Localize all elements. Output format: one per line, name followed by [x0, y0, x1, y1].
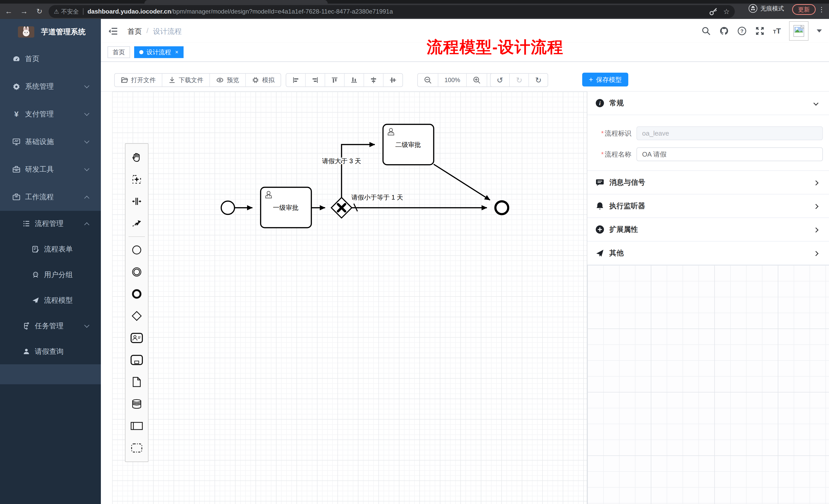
create-group[interactable]	[125, 437, 148, 459]
update-button[interactable]: 更新	[792, 4, 816, 15]
reload-icon[interactable]: ↻	[35, 7, 44, 15]
form-icon	[32, 245, 39, 253]
app-title: 芋道管理系统	[41, 27, 85, 37]
search-icon[interactable]	[701, 26, 711, 36]
open-file-button[interactable]: 打开文件	[115, 74, 162, 86]
sidebar-item-label: 支付管理	[25, 109, 54, 119]
chevron-right-icon	[814, 251, 819, 256]
breadcrumb-home[interactable]: 首页	[128, 27, 142, 36]
zoom-out-button[interactable]	[418, 74, 438, 86]
sidebar-item-process-form[interactable]: 流程表单	[0, 236, 101, 262]
flow-task2-to-end[interactable]	[434, 164, 490, 200]
sidebar-item-leave-query[interactable]: 请假查询	[0, 339, 101, 364]
tag-design-process[interactable]: 设计流程 ×	[134, 46, 184, 58]
section-extended-attributes[interactable]: 扩展属性	[587, 218, 829, 241]
create-end-event[interactable]	[125, 283, 148, 305]
space-tool[interactable]	[125, 190, 148, 212]
sidebar-item-process-model[interactable]: 流程模型	[0, 287, 101, 313]
sidebar-item-payment[interactable]: ¥ 支付管理	[0, 100, 101, 128]
sidebar-item-user-group[interactable]: 用户分组	[0, 262, 101, 287]
create-subprocess[interactable]	[125, 349, 148, 371]
flow-label-gt3: 请假大于 3 天	[322, 157, 361, 164]
lasso-tool[interactable]	[125, 168, 148, 190]
process-name-input[interactable]	[637, 147, 823, 161]
undo-button[interactable]: ↺	[491, 74, 510, 86]
section-message-signal[interactable]: 消息与信号	[587, 171, 829, 194]
create-gateway[interactable]	[125, 305, 148, 327]
download-file-button[interactable]: 下载文件	[162, 74, 210, 86]
chevron-down-icon	[84, 166, 89, 171]
main-content: 首页 / 设计流程 ? TT 首页 设计流程 ×	[101, 19, 829, 504]
bpmn-palette	[125, 143, 148, 462]
sidebar-item-label: 首页	[25, 54, 39, 64]
simulate-button[interactable]: 模拟	[246, 74, 281, 86]
hand-tool[interactable]	[125, 146, 148, 168]
restart-button[interactable]: ↻	[529, 74, 548, 86]
section-title: 扩展属性	[609, 225, 638, 234]
divider	[83, 8, 83, 15]
end-event[interactable]	[495, 201, 508, 214]
create-data-store[interactable]	[125, 393, 148, 415]
process-key-input[interactable]	[637, 126, 823, 140]
avatar[interactable]	[789, 21, 808, 41]
section-execution-listener[interactable]: 执行监听器	[587, 194, 829, 218]
align-top-button[interactable]	[325, 74, 345, 86]
warning-icon: ⚠	[54, 8, 59, 15]
bpmn-canvas[interactable]: 一级审批 二级审批 请假大于 3 天 请假小于等于 1 天	[101, 91, 829, 504]
align-left-button[interactable]	[286, 74, 306, 86]
zoom-level[interactable]: 100%	[438, 74, 467, 86]
avatar-dropdown-caret-icon[interactable]	[817, 30, 822, 33]
screen: ← → ↻ ⌂ ⚠ 不安全 dashboard.yudao.iocoder.cn…	[0, 0, 829, 504]
eye-icon	[216, 77, 224, 84]
incognito-badge: 无痕模式	[749, 4, 784, 13]
font-size-icon[interactable]: TT	[773, 27, 781, 35]
address-bar[interactable]: ⚠ 不安全 dashboard.yudao.iocoder.cn/bpm/man…	[49, 5, 735, 18]
security-indicator[interactable]: ⚠ 不安全	[54, 8, 79, 15]
fold-menu-icon[interactable]	[108, 26, 118, 36]
create-user-task[interactable]	[125, 327, 148, 349]
zoom-in-button[interactable]	[467, 74, 487, 86]
url-text[interactable]: dashboard.yudao.iocoder.cn/bpm/manager/m…	[87, 8, 709, 15]
fullscreen-icon[interactable]	[755, 26, 765, 36]
start-event[interactable]	[221, 201, 235, 215]
save-model-button[interactable]: + 保存模型	[582, 73, 628, 86]
sidebar-item-system[interactable]: 系统管理	[0, 73, 101, 100]
chip-icon	[252, 77, 259, 84]
help-icon[interactable]: ?	[737, 26, 747, 36]
back-icon[interactable]: ←	[4, 7, 13, 15]
section-general[interactable]: i 常规	[587, 91, 829, 115]
app-logo-row[interactable]: 芋道管理系统	[0, 19, 101, 45]
browser-active-tab[interactable]	[144, 0, 328, 4]
bell-icon	[596, 202, 604, 210]
sidebar-filler	[0, 384, 101, 504]
section-other[interactable]: 其他	[587, 241, 829, 265]
browser-menu-icon[interactable]: ⋮	[818, 6, 825, 13]
align-bottom-button[interactable]	[345, 74, 364, 86]
global-connect-tool[interactable]	[125, 212, 148, 234]
sidebar-item-task-mgmt[interactable]: 任务管理	[0, 313, 101, 339]
bookmark-star-icon[interactable]: ☆	[723, 7, 730, 16]
flow-gateway-to-task2[interactable]	[341, 145, 375, 197]
create-participant[interactable]	[125, 415, 148, 437]
sidebar-item-home[interactable]: 首页	[0, 45, 101, 73]
create-start-event[interactable]	[125, 239, 148, 261]
message-icon	[596, 178, 604, 187]
key-icon[interactable]	[709, 7, 718, 16]
preview-button[interactable]: 预览	[210, 74, 246, 86]
create-intermediate-event[interactable]	[125, 261, 148, 283]
sidebar-item-process-mgmt[interactable]: 流程管理	[0, 211, 101, 236]
align-center-vertical-button[interactable]	[384, 74, 402, 86]
tag-home[interactable]: 首页	[108, 46, 130, 58]
dashboard-icon	[12, 55, 21, 63]
close-icon[interactable]: ×	[175, 49, 178, 55]
sidebar-item-devtools[interactable]: 研发工具	[0, 156, 101, 183]
github-icon[interactable]	[719, 26, 729, 36]
redo-button[interactable]: ↻	[510, 74, 529, 86]
sidebar-item-infra[interactable]: 基础设施	[0, 128, 101, 156]
create-data-object[interactable]	[125, 371, 148, 393]
forward-icon[interactable]: →	[20, 7, 29, 15]
align-center-horizontal-button[interactable]	[364, 74, 384, 86]
sidebar-item-workflow[interactable]: 工作流程	[0, 183, 101, 211]
url-host: dashboard.yudao.iocoder.cn	[87, 8, 171, 15]
align-right-button[interactable]	[306, 74, 325, 86]
